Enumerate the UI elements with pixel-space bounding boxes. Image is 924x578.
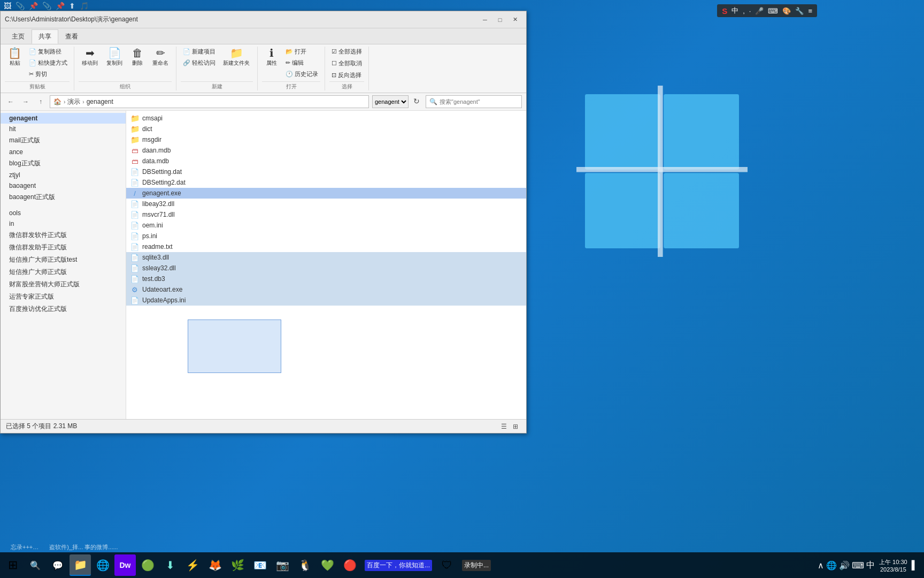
top-icon-4[interactable]: 📎	[41, 1, 53, 11]
sidebar-item-wechat-assistant[interactable]: 微信群发助手正式版	[1, 241, 126, 254]
taskbar-green2[interactable]: 🌿	[227, 554, 248, 576]
sidebar-item-baoagent[interactable]: baoagent	[1, 180, 126, 191]
top-icon-7[interactable]: 🎵	[78, 1, 90, 11]
taskbar-red1[interactable]: 🔴	[339, 554, 360, 576]
close-button[interactable]: ✕	[508, 14, 522, 25]
tab-view[interactable]: 查看	[58, 29, 85, 44]
taskbar-down[interactable]: ⬇	[159, 554, 181, 576]
sogou-cn[interactable]: 中	[730, 5, 740, 16]
details-view-button[interactable]: ☰	[498, 421, 509, 432]
file-item-ps-ini[interactable]: 📄 ps.ini	[126, 231, 526, 241]
properties-button[interactable]: ℹ 属性	[262, 47, 281, 68]
file-item-test-db3[interactable]: 📄 test.db3	[126, 273, 526, 284]
open-button[interactable]: 📂 打开	[283, 47, 320, 57]
sogou-mic[interactable]: 🎤	[753, 6, 765, 16]
sogou-logo[interactable]: S	[720, 6, 729, 16]
sogou-keyboard[interactable]: ⌨	[766, 6, 780, 16]
taskbar-search[interactable]: 🔍	[25, 554, 46, 576]
tray-show-desktop[interactable]: ▌	[912, 560, 918, 570]
sidebar-item-ztjyl[interactable]: ztjyl	[1, 170, 126, 180]
tray-keyboard[interactable]: ⌨	[852, 560, 864, 571]
easy-access-button[interactable]: 🔗 轻松访问	[181, 58, 218, 68]
tray-time[interactable]: 上午 10:30 2023/8/15	[877, 558, 910, 573]
top-icon-1[interactable]: 🖼	[2, 1, 13, 11]
taskbar-cortana[interactable]: 💬	[47, 554, 68, 576]
sogou-full[interactable]: ·	[748, 6, 753, 16]
copy-path-button[interactable]: 📄 复制路径	[27, 47, 70, 57]
sidebar-item-wechat-send[interactable]: 微信群发软件正式版	[1, 229, 126, 241]
history-button[interactable]: 🕐 历史记录	[283, 69, 320, 79]
file-item-data-mdb[interactable]: 🗃 data.mdb	[126, 156, 526, 166]
search-input[interactable]	[440, 98, 518, 105]
taskbar-thunder[interactable]: ⚡	[182, 554, 203, 576]
file-item-dict[interactable]: 📁 dict	[126, 124, 526, 134]
file-item-msgdir[interactable]: 📁 msgdir	[126, 134, 526, 145]
tray-volume[interactable]: 🔊	[839, 560, 850, 571]
taskbar-mail[interactable]: 📧	[249, 554, 271, 576]
rename-button[interactable]: ✏ 重命名	[149, 47, 172, 68]
sidebar-item-ops[interactable]: 运营专家正式版	[1, 291, 126, 303]
sidebar-item-in[interactable]: in	[1, 218, 126, 229]
taskbar-wechat[interactable]: 💚	[317, 554, 338, 576]
cut-button[interactable]: ✂ 剪切	[27, 69, 70, 79]
taskbar-firefox[interactable]: 🦊	[204, 554, 226, 576]
new-item-button[interactable]: 📄 新建项目	[181, 47, 218, 57]
top-icon-6[interactable]: ⬆	[67, 1, 77, 11]
taskbar-green1[interactable]: 🟢	[137, 554, 158, 576]
delete-button[interactable]: 🗑 删除	[128, 47, 147, 68]
sidebar-item-tools[interactable]: ools	[1, 208, 126, 218]
taskbar-qq[interactable]: 🐧	[294, 554, 315, 576]
sidebar-item-baoagent-pro[interactable]: baoagent正式版	[1, 191, 126, 203]
file-list[interactable]: 📁 cmsapi 📁 dict 📁 msgdir 🗃 daan.mdb 🗃 da…	[126, 111, 526, 419]
tab-home[interactable]: 主页	[5, 29, 32, 44]
sidebar-item-genagent[interactable]: genagent	[1, 113, 126, 124]
file-item-udateoart[interactable]: ⚙ Udateoart.exe	[126, 284, 526, 295]
new-folder-button[interactable]: 📁 新建文件夹	[220, 47, 253, 68]
back-button[interactable]: ←	[5, 96, 17, 108]
tray-up-arrow[interactable]: ∧	[818, 560, 824, 571]
taskbar-edge[interactable]: 🌐	[92, 554, 113, 576]
up-button[interactable]: ↑	[35, 96, 47, 108]
sidebar-item-hit[interactable]: hit	[1, 124, 126, 134]
file-item-ssleay32[interactable]: 📄 ssleay32.dll	[126, 263, 526, 273]
file-item-updateapps[interactable]: 📄 UpdateApps.ini	[126, 295, 526, 306]
minimize-button[interactable]: ─	[478, 14, 492, 25]
taskbar-explorer[interactable]: 📁	[70, 554, 91, 576]
sogou-skin[interactable]: 🎨	[781, 6, 792, 16]
path-dropdown[interactable]: genagent	[372, 95, 409, 108]
file-item-sqlite3[interactable]: 📄 sqlite3.dll	[126, 252, 526, 263]
top-icon-3[interactable]: 📌	[27, 1, 40, 11]
sidebar-item-stock[interactable]: 财富股坐营销大师正式版	[1, 278, 126, 291]
taskbar-security[interactable]: 🛡	[436, 554, 458, 576]
file-item-dbsetting2-dat[interactable]: 📄 DBSetting2.dat	[126, 177, 526, 188]
edit-button[interactable]: ✏ 编辑	[283, 58, 320, 68]
sidebar-item-ance[interactable]: ance	[1, 147, 126, 157]
top-icon-5[interactable]: 📌	[54, 1, 66, 11]
select-none-button[interactable]: ☐ 全部取消	[329, 58, 364, 69]
file-item-genagent-exe[interactable]: / genagent.exe	[126, 188, 526, 199]
sogou-menu[interactable]: ≡	[806, 6, 814, 16]
large-icons-view-button[interactable]: ⊞	[510, 421, 521, 432]
address-path[interactable]: 🏠 › 演示 › genagent	[50, 95, 369, 108]
file-item-daan-mdb[interactable]: 🗃 daan.mdb	[126, 145, 526, 156]
start-button[interactable]: ⊞	[2, 554, 24, 576]
move-to-button[interactable]: ➡ 移动到	[79, 47, 101, 68]
sidebar-item-blog[interactable]: blog正式版	[1, 157, 126, 170]
tray-ime[interactable]: 中	[866, 560, 875, 571]
taskbar-photo[interactable]: 📷	[272, 554, 293, 576]
file-item-msvcr71[interactable]: 📄 msvcr71.dll	[126, 209, 526, 220]
file-item-libeay32[interactable]: 📄 libeay32.dll	[126, 199, 526, 209]
tab-share[interactable]: 共享	[32, 29, 58, 44]
file-item-oem-ini[interactable]: 📄 oem.ini	[126, 220, 526, 231]
file-item-dbsetting-dat[interactable]: 📄 DBSetting.dat	[126, 166, 526, 177]
paste-button[interactable]: 📋 粘贴	[5, 47, 25, 68]
sidebar-item-baidu[interactable]: 百度推访优化正式版	[1, 303, 126, 315]
invert-select-button[interactable]: ⊡ 反向选择	[329, 70, 364, 80]
select-all-button[interactable]: ☑ 全部选择	[329, 47, 364, 57]
taskbar-rec[interactable]: 录制中...	[459, 554, 494, 576]
taskbar-dw[interactable]: Dw	[114, 554, 136, 576]
paste-shortcut-button[interactable]: 📄 粘快捷方式	[27, 58, 70, 68]
tray-network[interactable]: 🌐	[826, 560, 837, 571]
file-item-cmsapi[interactable]: 📁 cmsapi	[126, 113, 526, 124]
file-item-readme-txt[interactable]: 📄 readme.txt	[126, 241, 526, 252]
